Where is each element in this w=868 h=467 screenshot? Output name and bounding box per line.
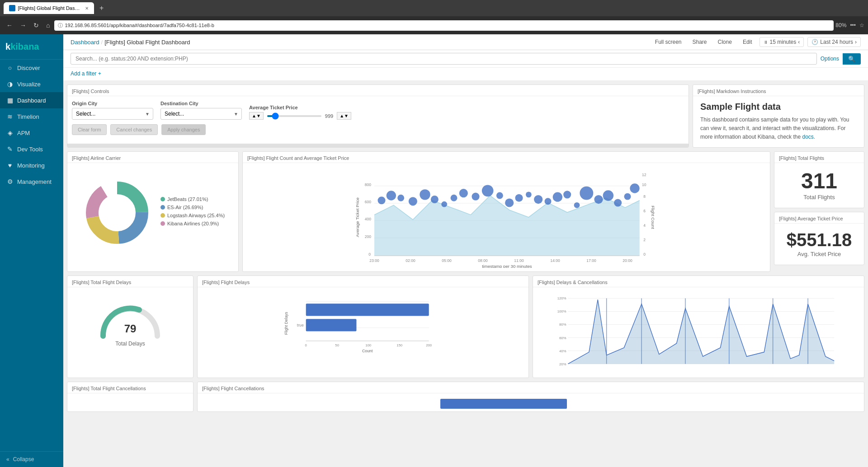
svg-point-21: [441, 201, 447, 207]
share-button[interactable]: Share: [689, 37, 711, 47]
svg-point-35: [580, 186, 593, 200]
sidebar-item-discover[interactable]: ○ Discover: [0, 60, 63, 76]
row-1: [Flights] Controls Origin City Select...…: [67, 84, 864, 148]
price-slider[interactable]: [267, 115, 321, 117]
clone-button[interactable]: Clone: [714, 37, 736, 47]
tab-title: [Flights] Global Flight Dashb...: [18, 5, 82, 11]
address-bar[interactable]: ⓘ 192.168.96.85:5601/app/kibana#/dashboa…: [54, 20, 834, 31]
avg-price-label: Avg. Ticket Price: [782, 251, 857, 257]
svg-text:11:00: 11:00: [514, 258, 524, 263]
browser-tab[interactable]: [Flights] Global Flight Dashb... ✕: [4, 2, 94, 14]
options-button[interactable]: Options: [821, 56, 839, 62]
back-button[interactable]: ←: [4, 20, 15, 31]
svg-point-31: [545, 198, 552, 205]
donut-chart-container: JetBeats (27.01%) ES-Air (26.69%) Logsta…: [67, 163, 238, 262]
search-input[interactable]: [71, 53, 817, 65]
collapse-icon: «: [6, 456, 9, 462]
pause-icon: ⏸: [764, 40, 768, 45]
avg-ticket-price-panel: [Flights] Average Ticket Price $551.18 A…: [774, 212, 864, 265]
origin-city-select[interactable]: Select...: [72, 108, 153, 120]
total-cancellations-header: [Flights] Total Flight Cancellations: [67, 382, 193, 393]
dest-city-label: Destination City: [160, 101, 242, 106]
breadcrumb-root[interactable]: Dashboard: [71, 39, 99, 46]
svg-text:17:00: 17:00: [586, 258, 596, 263]
markdown-docs-link[interactable]: docs.: [802, 134, 815, 140]
cancel-changes-button[interactable]: Cancel changes: [110, 124, 158, 135]
tab-close-button[interactable]: ✕: [85, 6, 89, 11]
filter-bar: Add a filter +: [63, 68, 868, 81]
controls-panel-header: [Flights] Controls: [67, 85, 689, 96]
svg-text:6: 6: [643, 209, 646, 213]
dashboard-icon: ▦: [6, 97, 14, 104]
total-flights-value: 311: [782, 170, 857, 192]
svg-point-33: [563, 191, 571, 198]
svg-text:600: 600: [365, 200, 371, 204]
row-4: [Flights] Total Flight Cancellations [Fl…: [67, 382, 864, 412]
svg-point-37: [603, 190, 613, 201]
apply-changes-button[interactable]: Apply changes: [161, 124, 206, 135]
total-delays-label: Total Delays: [115, 341, 145, 347]
flight-cancellations-body: [198, 393, 864, 411]
controls-panel: [Flights] Controls Origin City Select...…: [67, 84, 689, 148]
clear-form-button[interactable]: Clear form: [72, 124, 107, 135]
reload-button[interactable]: ↻: [31, 20, 42, 31]
prev-arrow[interactable]: ‹: [798, 39, 800, 45]
collapse-button[interactable]: « Collapse: [0, 452, 63, 467]
svg-point-15: [377, 196, 385, 204]
nav-extras: 80% ••• ☆: [835, 22, 864, 28]
total-delays-header: [Flights] Total Flight Delays: [67, 276, 193, 287]
svg-rect-67: [306, 319, 357, 331]
time-range-control[interactable]: 🕐 Last 24 hours ›: [807, 37, 861, 47]
svg-text:10: 10: [642, 182, 646, 187]
browser-chrome: [Flights] Global Flight Dashb... ✕ +: [0, 0, 868, 16]
sidebar-item-apm[interactable]: ◈ APM: [0, 125, 63, 141]
forward-button[interactable]: →: [17, 20, 29, 31]
next-arrow[interactable]: ›: [855, 39, 857, 45]
controls-horizontal-scrollbar[interactable]: [67, 144, 689, 147]
svg-text:400: 400: [365, 217, 371, 221]
main-content: Dashboard / [Flights] Global Flight Dash…: [63, 34, 868, 467]
controls-row: Origin City Select... ▼ Destination City: [72, 101, 684, 120]
controls-buttons: Clear form Cancel changes Apply changes: [72, 124, 684, 135]
dest-city-select[interactable]: Select...: [160, 108, 242, 120]
more-button[interactable]: •••: [850, 22, 856, 28]
sidebar-item-devtools[interactable]: ✎ Dev Tools: [0, 141, 63, 157]
sidebar-item-monitoring[interactable]: ♥ Monitoring: [0, 157, 63, 173]
sidebar-item-management[interactable]: ⚙ Management: [0, 173, 63, 190]
new-tab-button[interactable]: +: [99, 4, 104, 12]
add-filter-button[interactable]: Add a filter +: [71, 69, 861, 79]
search-go-button[interactable]: 🔍: [843, 53, 861, 65]
svg-text:Flight Delays: Flight Delays: [284, 312, 288, 335]
price-max-stepper[interactable]: ▲▼: [337, 112, 351, 120]
line-chart-container: 20% 40% 60% 80% 100% 120%: [533, 287, 864, 378]
bar-chart-container: Flight Delays true: [198, 287, 528, 360]
logstash-color: [160, 213, 165, 218]
airline-carrier-panel: [Flights] Airline Carrier: [67, 151, 239, 272]
timelion-icon: ≋: [6, 113, 14, 120]
flight-cancellations-header: [Flights] Flight Cancellations: [198, 382, 864, 393]
edit-button[interactable]: Edit: [739, 37, 756, 47]
svg-text:4: 4: [643, 223, 646, 228]
svg-text:0: 0: [368, 252, 371, 257]
svg-point-24: [472, 192, 479, 200]
donut-legend: JetBeats (27.01%) ES-Air (26.69%) Logsta…: [160, 196, 225, 229]
svg-text:200: 200: [426, 343, 432, 347]
svg-point-34: [574, 202, 580, 208]
sidebar-item-dashboard[interactable]: ▦ Dashboard: [0, 92, 63, 108]
home-button[interactable]: ⌂: [43, 20, 52, 31]
svg-rect-65: [306, 304, 429, 316]
fullscreen-button[interactable]: Full screen: [651, 37, 685, 47]
price-max-value: 999: [325, 113, 333, 119]
svg-text:60%: 60%: [559, 336, 566, 340]
sidebar-item-visualize[interactable]: ◑ Visualize: [0, 76, 63, 92]
sidebar-item-timelion[interactable]: ≋ Timelion: [0, 108, 63, 125]
svg-rect-93: [440, 399, 567, 409]
price-min-stepper[interactable]: ▲▼: [249, 112, 264, 120]
time-interval-control[interactable]: ⏸ 15 minutes ‹: [760, 37, 804, 47]
svg-point-38: [614, 199, 622, 206]
gauge-body: 79 Total Delays: [67, 287, 193, 360]
flight-count-panel-header: [Flights] Flight Count and Average Ticke…: [243, 152, 770, 163]
app: kkibana ○ Discover ◑ Visualize ▦ Dashboa…: [0, 34, 868, 467]
bookmark-button[interactable]: ☆: [859, 22, 864, 28]
address-text: 192.168.96.85:5601/app/kibana#/dashboard…: [65, 23, 830, 28]
